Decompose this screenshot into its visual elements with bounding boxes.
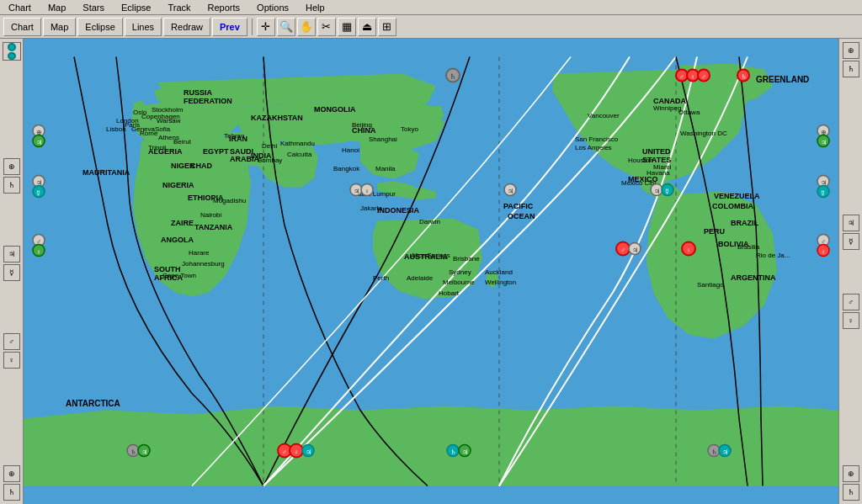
svg-text:♄: ♄: [711, 448, 717, 456]
svg-text:PACIFIC: PACIFIC: [503, 202, 534, 210]
svg-text:Winnipeg: Winnipeg: [653, 104, 681, 112]
svg-text:♀: ♀: [821, 248, 826, 256]
svg-text:♃: ♃: [462, 448, 468, 456]
toolbar: Chart Map Eclipse Lines Redraw Prev ✛ 🔍 …: [0, 15, 862, 39]
svg-text:TANZANIA: TANZANIA: [194, 223, 233, 231]
svg-text:Johannesburg: Johannesburg: [182, 260, 225, 268]
svg-text:♂: ♂: [701, 73, 706, 81]
menu-stars[interactable]: Stars: [77, 2, 109, 13]
svg-text:Beijing: Beijing: [352, 121, 372, 129]
eject-icon[interactable]: ⏏: [358, 18, 376, 36]
svg-text:Darwin: Darwin: [419, 218, 440, 225]
world-map: GREENLAND RUSSIA FEDERATION KAZAKHSTAN M…: [24, 39, 838, 504]
svg-text:ANTARCTICA: ANTARCTICA: [66, 399, 120, 408]
grid-icon[interactable]: ▦: [338, 18, 356, 36]
right-sidebar-icon-g[interactable]: ⊕: [843, 465, 859, 482]
svg-text:Nairobi: Nairobi: [200, 211, 222, 219]
svg-text:♃: ♃: [632, 247, 638, 254]
svg-text:♂: ♂: [620, 247, 625, 254]
menu-eclipse[interactable]: Eclipse: [116, 2, 156, 13]
svg-text:♃: ♃: [508, 188, 513, 195]
svg-text:Mogadishu: Mogadishu: [213, 197, 246, 204]
svg-text:Wellington: Wellington: [485, 279, 516, 286]
svg-text:EGYPT: EGYPT: [203, 147, 229, 156]
menu-track[interactable]: Track: [162, 2, 195, 13]
svg-text:COLOMBIA: COLOMBIA: [712, 202, 753, 210]
eclipse-btn[interactable]: Eclipse: [77, 18, 122, 36]
svg-text:RUSSIA: RUSSIA: [184, 88, 213, 97]
right-sidebar-icon-e[interactable]: ♂: [843, 294, 859, 310]
redraw-btn[interactable]: Redraw: [163, 18, 210, 36]
lines-btn[interactable]: Lines: [125, 18, 162, 36]
svg-text:Melbourne: Melbourne: [443, 279, 475, 286]
right-sidebar-icon-h[interactable]: ♄: [843, 484, 859, 501]
map-container[interactable]: GREENLAND RUSSIA FEDERATION KAZAKHSTAN M…: [24, 39, 838, 504]
cut-icon[interactable]: ✂: [317, 18, 336, 36]
svg-text:♀: ♀: [294, 448, 299, 456]
svg-text:♂: ♂: [282, 448, 287, 456]
right-bottom-icons: ⊕ ♄: [843, 465, 859, 501]
svg-text:BRAZIL: BRAZIL: [731, 219, 758, 227]
svg-text:☿: ☿: [36, 189, 40, 197]
menu-map[interactable]: Map: [43, 2, 71, 13]
left-sidebar-icon-b[interactable]: ♄: [3, 177, 20, 194]
svg-text:Shanghai: Shanghai: [369, 135, 397, 143]
svg-text:♀: ♀: [364, 188, 370, 195]
left-sidebar-icon-d[interactable]: ☿: [3, 264, 20, 281]
crosshair-icon[interactable]: ✛: [257, 18, 275, 36]
svg-text:♀: ♀: [690, 73, 695, 81]
menu-chart[interactable]: Chart: [3, 2, 36, 13]
left-mid-icons: ⊕ ♄ ♃ ☿ ♂ ♀: [3, 158, 20, 369]
left-icon-1[interactable]: [3, 42, 21, 61]
right-mid-icons: ♃ ☿ ♂ ♀: [843, 215, 859, 329]
svg-text:Tehran: Tehran: [224, 132, 244, 140]
right-sidebar-icon-c[interactable]: ♃: [843, 215, 859, 231]
svg-text:UNITED: UNITED: [642, 147, 671, 156]
svg-text:Tokyo: Tokyo: [401, 125, 418, 133]
svg-text:♃: ♃: [354, 188, 359, 195]
svg-text:♃: ♃: [722, 448, 728, 456]
map-btn[interactable]: Map: [43, 18, 76, 36]
svg-text:INDONESIA: INDONESIA: [377, 206, 420, 215]
svg-text:Houston: Houston: [628, 157, 653, 164]
svg-text:ARGENTINA: ARGENTINA: [731, 273, 776, 282]
left-sidebar-icon-c[interactable]: ♃: [3, 246, 20, 263]
left-sidebar-icon-a[interactable]: ⊕: [3, 158, 20, 175]
menu-help[interactable]: Help: [301, 2, 330, 13]
box-icon[interactable]: ⊞: [378, 18, 396, 36]
zoom-icon[interactable]: 🔍: [277, 18, 295, 36]
left-sidebar-icon-g[interactable]: ⊕: [3, 465, 20, 482]
svg-text:Havana: Havana: [646, 169, 670, 177]
left-sidebar-icon-h[interactable]: ♄: [3, 484, 20, 501]
prev-btn[interactable]: Prev: [212, 18, 247, 36]
menu-reports[interactable]: Reports: [203, 2, 246, 13]
svg-text:Rome: Rome: [140, 130, 158, 137]
right-sidebar-icon-d[interactable]: ☿: [843, 233, 859, 250]
right-sidebar-icon-b[interactable]: ♄: [843, 61, 859, 77]
svg-text:Washington DC: Washington DC: [680, 130, 727, 137]
svg-text:♃: ♃: [141, 448, 147, 456]
right-sidebar-icon-a[interactable]: ⊕: [843, 42, 859, 59]
left-sidebar-icon-e[interactable]: ♂: [3, 333, 20, 350]
hand-icon[interactable]: ✋: [297, 18, 316, 36]
svg-text:Lisbon: Lisbon: [106, 125, 126, 133]
svg-text:♃: ♃: [306, 448, 311, 456]
left-sidebar-icon-f[interactable]: ♀: [3, 352, 20, 369]
svg-text:♀: ♀: [686, 247, 691, 254]
svg-text:CHAD: CHAD: [190, 162, 212, 170]
svg-text:♂: ♂: [679, 73, 684, 81]
toolbar-separator: [252, 19, 253, 35]
svg-text:Brasilia: Brasilia: [737, 243, 760, 251]
menu-options[interactable]: Options: [252, 2, 294, 13]
chart-btn[interactable]: Chart: [3, 18, 41, 36]
svg-text:Calcutta: Calcutta: [287, 151, 312, 158]
svg-text:MONGOLIA: MONGOLIA: [314, 105, 356, 114]
svg-text:Adelaide: Adelaide: [407, 274, 434, 282]
svg-text:Vancouver: Vancouver: [588, 112, 620, 119]
svg-text:Beirut: Beirut: [173, 138, 192, 146]
right-sidebar-icon-f[interactable]: ♀: [843, 312, 859, 329]
svg-text:♄: ♄: [741, 73, 747, 81]
left-bottom-icons: ⊕ ♄: [3, 465, 20, 501]
right-sidebar: ⊕ ♄ ♃ ☿ ♂ ♀ ⊕ ♄: [838, 39, 862, 504]
svg-text:☿: ☿: [665, 188, 669, 195]
